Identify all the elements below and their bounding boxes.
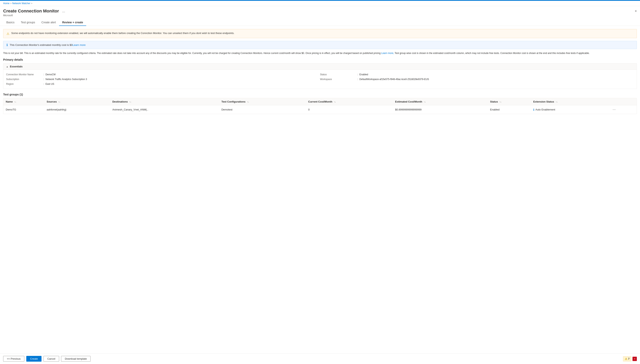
description-text: This is not your bill. This is an estima… [3,52,637,55]
breadcrumb-network-watcher[interactable]: Network Watcher [12,2,30,5]
essentials-body: Connection Monitor Name : DemoCM Subscri… [3,70,637,89]
field-value-cm-name: DemoCM [46,73,56,76]
field-label-status: Status [320,73,356,76]
previous-button[interactable]: << Previous [3,356,24,362]
col-header-test-configs[interactable]: Test Configurations ↑↓ [219,98,306,105]
col-header-destinations[interactable]: Destinations ↑↓ [110,98,219,105]
col-header-actions [609,98,637,105]
page-title: Create Connection Monitor [3,8,59,14]
tab-create-alert[interactable]: Create alert [38,19,59,26]
essentials-right: Status : Enabled Workspace : DefaultWork… [320,72,634,86]
cancel-button[interactable]: Cancel [44,356,59,362]
breadcrumb: Home > Network Watcher > [0,1,640,6]
test-groups-table-container: Name ↑↓ Sources ↑↓ Destinations ↑↓ Test … [3,98,637,114]
table-header-row: Name ↑↓ Sources ↑↓ Destinations ↑↓ Test … [3,98,637,105]
notification-badge: ⚠ 7 [623,356,631,362]
warning-text: Some endpoints do not have monitoring ex… [11,32,234,34]
auto-enablement-label: Auto Enablement [536,108,555,111]
field-subscription: Subscription : Network Traffic Analytics… [6,77,320,82]
tab-test-groups[interactable]: Test groups [18,19,38,26]
sort-icon-extension-status: ↑↓ [556,101,558,103]
download-template-button[interactable]: Download template [61,356,90,362]
essentials-left: Connection Monitor Name : DemoCM Subscri… [6,72,320,86]
field-connection-monitor-name: Connection Monitor Name : DemoCM [6,72,320,77]
info-banner-text: This Connection Monitor's estimated mont… [10,44,86,46]
field-label-workspace: Workspace [320,78,356,81]
cell-test-configs: Demotest [219,105,306,114]
notification-count: 7 [628,357,630,360]
notification-warn-icon: ⚠ [625,357,627,360]
table-row: DemoTG aahilvnet(aahilrg) Animesh_Canary… [3,105,637,114]
warning-icon: ⚠ [6,32,9,36]
breadcrumb-home[interactable]: Home [3,2,10,5]
sort-icon-name: ↑↓ [14,101,16,103]
essentials-section: ▲ Essentials Connection Monitor Name : D… [3,63,637,89]
ellipsis-button[interactable]: ... [61,9,66,14]
sort-icon-destinations: ↑↓ [129,101,131,103]
col-header-sources[interactable]: Sources ↑↓ [44,98,110,105]
tab-review-create[interactable]: Review + create [59,19,86,26]
breadcrumb-sep2: > [31,2,32,4]
warning-banner: ⚠ Some endpoints do not have monitoring … [3,29,637,38]
essentials-header[interactable]: ▲ Essentials [3,64,637,70]
field-status: Status : Enabled [320,72,634,77]
essentials-title: Essentials [10,65,22,68]
auto-enablement: ℹ Auto Enablement [533,108,606,111]
auto-info-icon: ℹ [533,108,534,111]
sort-icon-sources: ↑↓ [58,101,60,103]
field-value-status: Enabled [359,73,368,76]
close-button[interactable]: × [635,9,637,13]
field-region: Region : East US [6,82,320,86]
cell-actions: ⋯ [609,105,637,114]
cell-destinations: Animesh_Canary_Vnet_ANM(.. [110,105,219,114]
field-label-region: Region [6,82,42,85]
notification-close-button[interactable]: × [632,357,637,361]
col-header-extension-status[interactable]: Extension Status ↑↓ [531,98,609,105]
desc-learn-more-link[interactable]: Learn more, [381,52,394,54]
test-groups-table: Name ↑↓ Sources ↑↓ Destinations ↑↓ Test … [3,98,637,114]
create-button[interactable]: Create [26,356,42,362]
field-label-cm-name: Connection Monitor Name [6,73,42,76]
col-header-status[interactable]: Status ↑↓ [488,98,531,105]
test-groups-title: Test groups (1) [3,93,637,96]
sort-icon-test-configs: ↑↓ [247,101,249,103]
cell-extension-status: ℹ Auto Enablement [531,105,609,114]
tab-bar: Basics Test groups Create alert Review +… [0,17,640,26]
main-header: Create Connection Monitor ... × Microsof… [0,6,640,17]
field-value-region: East US [46,82,54,85]
cell-current-cost: 0 [306,105,393,114]
row-more-actions-button[interactable]: ⋯ [611,107,617,112]
sort-icon-current-cost: ↑↓ [334,101,336,103]
test-groups-section: Test groups (1) Name ↑↓ Sources ↑↓ Desti… [3,93,637,114]
cell-name: DemoTG [3,105,44,114]
primary-details-title: Primary details [3,58,637,61]
page-subtitle: Microsoft [3,14,637,17]
cell-status: Enabled [488,105,531,114]
field-value-workspace: DefaultWorkspace-af15e575-f948-49ac-bce0… [359,78,429,81]
field-label-subscription: Subscription [6,78,42,81]
chevron-up-icon: ▲ [6,66,8,68]
info-text-before: This Connection Monitor's estimated mont… [10,44,72,46]
tab-basics[interactable]: Basics [3,19,18,26]
info-icon-banner: ℹ [6,43,8,47]
footer-right: ⚠ 7 × [623,356,637,362]
cell-estimated-cost: $0.8999999999999999 [393,105,488,114]
sort-icon-status: ↑↓ [500,101,502,103]
col-header-current-cost[interactable]: Current Cost/Month ↑↓ [306,98,393,105]
sort-icon-estimated-cost: ↑↓ [424,101,426,103]
col-header-estimated-cost[interactable]: Estimated Cost/Month ↑↓ [393,98,488,105]
col-header-name[interactable]: Name ↑↓ [3,98,44,105]
main-content: ⚠ Some endpoints do not have monitoring … [0,26,640,353]
cell-sources: aahilvnet(aahilrg) [44,105,110,114]
breadcrumb-sep1: > [10,2,12,4]
field-value-subscription: Network Traffic Analytics Subscription 3 [46,78,87,81]
footer: << Previous Create Cancel Download templ… [0,353,640,364]
info-banner: ℹ This Connection Monitor's estimated mo… [3,41,637,49]
field-workspace: Workspace : DefaultWorkspace-af15e575-f9… [320,77,634,82]
info-learn-more-link[interactable]: Learn more [72,44,86,46]
